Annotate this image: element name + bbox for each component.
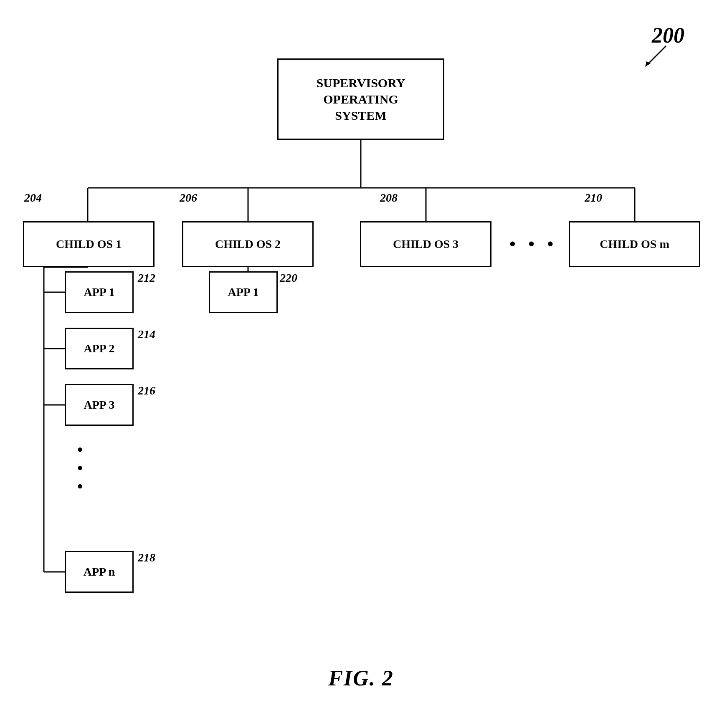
child-os-m-box: CHILD OS m [569,221,700,267]
svg-marker-1 [645,61,651,67]
app1-child2-box: APP 1 [209,271,278,313]
appn-child1-box: APP n [65,551,134,593]
ref-210: 210 [585,191,602,205]
app3-child1-box: APP 3 [65,384,134,426]
child-os-2-box: CHILD OS 2 [182,221,314,267]
ref-208: 208 [380,191,398,205]
figure-label: FIG. 2 [328,666,393,690]
child-os-1-box: CHILD OS 1 [23,221,155,267]
app2-child1-box: APP 2 [65,328,134,369]
ref-214: 214 [138,328,155,341]
ellipsis-child-os: • • • [509,234,557,254]
diagram-number: 200 [652,23,684,48]
ref-204: 204 [24,191,42,205]
ref-218: 218 [138,551,155,564]
ref-220: 220 [280,271,297,285]
app1-child1-box: APP 1 [65,271,134,313]
ref-212: 212 [138,271,155,285]
svg-line-0 [647,46,666,65]
ellipsis-apps: • • • [77,440,83,495]
child-os-3-box: CHILD OS 3 [360,221,491,267]
supervisory-os-box: SUPERVISORYOPERATINGSYSTEM [277,58,444,140]
ref-216: 216 [138,384,155,397]
ref-206: 206 [180,191,197,205]
